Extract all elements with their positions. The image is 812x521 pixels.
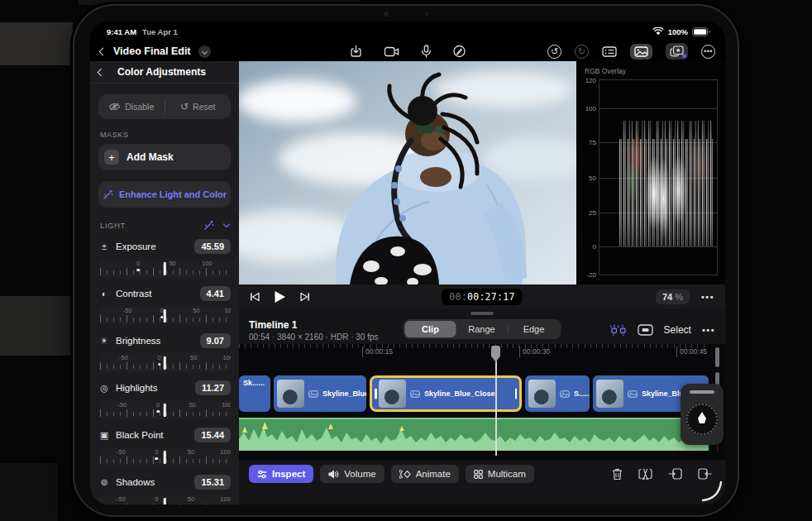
timeline-clip[interactable]: Sk...... (239, 375, 270, 412)
contrast-slider-track[interactable]: -50 0 50 100 (98, 306, 231, 325)
timeline-section: Timeline 1 00:54 · 3840 × 2160 · HDR · 3… (239, 309, 725, 504)
project-title[interactable]: Video Final Edit (113, 45, 191, 57)
timeline-more-icon[interactable]: ••• (702, 325, 715, 335)
slider-handle[interactable] (164, 451, 166, 464)
microphone-icon[interactable] (422, 45, 432, 58)
enhance-light-color-button[interactable]: Enhance Light and Color (98, 181, 231, 208)
timeline-name[interactable]: Timeline 1 (249, 319, 378, 331)
exposure-value[interactable]: 45.59 (194, 239, 231, 254)
trash-icon[interactable] (612, 468, 623, 480)
timeline-resize-handle[interactable] (470, 312, 494, 315)
front-camera (384, 12, 389, 17)
contrast-icon: ◐ (98, 289, 110, 299)
slider-handle[interactable] (164, 309, 166, 323)
multicam-button[interactable]: Multicam (466, 465, 534, 483)
black-point-value[interactable]: 15.44 (194, 428, 231, 442)
previous-frame-button[interactable] (250, 292, 260, 302)
mode-range[interactable]: Range (456, 321, 508, 337)
pencil-tool-icon[interactable] (453, 45, 466, 58)
audio-track[interactable] (239, 418, 709, 451)
camera-icon[interactable] (385, 46, 400, 57)
jog-control-panel (681, 384, 724, 445)
light-heading: LIGHT (100, 221, 126, 230)
black-point-slider-track[interactable]: -50 0 50 100 (98, 447, 231, 466)
media-browser-icon[interactable] (630, 44, 652, 60)
brightness-slider-track[interactable]: -50 0 50 100 (98, 353, 231, 372)
collapse-chevron-icon[interactable] (223, 221, 230, 227)
timeline-clip[interactable]: S...... (525, 375, 590, 412)
slider-handle[interactable] (164, 498, 166, 504)
sensor-dot (425, 12, 428, 16)
timeline-ruler[interactable]: 00:00:15 00:00:30 00:00:45 (239, 344, 709, 366)
insert-clip-icon[interactable] (668, 468, 682, 480)
keyframe-icon (399, 470, 411, 479)
zoom-level-badge[interactable]: 74% (656, 289, 690, 304)
top-toolbar: Video Final Edit ↺ ↻ (90, 40, 725, 63)
disable-label: Disable (125, 102, 154, 112)
contrast-value[interactable]: 4.41 (200, 286, 231, 301)
slider-handle[interactable] (164, 262, 166, 275)
exposure-slider-track[interactable]: 0 50 100 (98, 259, 231, 278)
shadows-slider-track[interactable]: -50 0 50 100 (98, 495, 231, 504)
preview-more-icon[interactable]: ••• (701, 292, 714, 302)
select-tool-label[interactable]: Select (664, 324, 691, 336)
clip-thumbnail (277, 380, 304, 408)
timeline-clip-selected[interactable]: Skyline_Blue_Close (370, 375, 522, 412)
wifi-icon (652, 27, 664, 36)
masks-heading: MASKS (100, 131, 229, 139)
add-mask-button[interactable]: + Add Mask (98, 144, 231, 170)
slider-handle[interactable] (164, 356, 166, 370)
battery-percent: 100% (668, 27, 688, 36)
clip-connection-icon[interactable] (610, 324, 627, 336)
light-wand-icon[interactable] (203, 220, 214, 231)
color-adjustments-panel: Color Adjustments Disable ↺ Reset MASKS … (90, 61, 239, 504)
volume-button[interactable]: Volume (320, 465, 384, 483)
jog-handle-bar[interactable] (690, 390, 714, 394)
highlights-slider-track[interactable]: -50 0 50 100 (98, 400, 231, 419)
scope-waveform (619, 121, 714, 246)
speaker-icon (328, 470, 339, 479)
blade-split-icon[interactable] (638, 468, 652, 480)
bottom-toolbar: Inspect Volume Animate (239, 461, 725, 486)
inspect-button[interactable]: Inspect (249, 465, 313, 483)
clip-media-icon (560, 390, 570, 398)
black-point-icon: ▣ (98, 430, 110, 441)
transport-bar: 00:00:27:17 74% ••• (239, 284, 725, 309)
brightness-value[interactable]: 9.07 (200, 333, 231, 348)
play-button[interactable] (274, 290, 286, 304)
slider-handle[interactable] (164, 404, 166, 417)
mode-clip[interactable]: Clip (405, 321, 456, 337)
scope-plot: 120 100 75 50 25 0 -20 (599, 79, 718, 275)
status-bar: 9:41 AM Tue Apr 1 100% (90, 22, 725, 38)
inspector-list-icon[interactable] (602, 46, 617, 57)
edit-mode-segmented-control: Clip Range Edge (404, 319, 561, 339)
overwrite-clip-icon[interactable] (698, 468, 712, 480)
more-menu-icon[interactable]: ••• (701, 45, 715, 59)
slider-contrast: ◐ Contrast 4.41 -50 0 50 100 (98, 284, 231, 325)
highlights-value[interactable]: 11.27 (195, 380, 231, 395)
back-chevron-icon[interactable] (99, 47, 107, 55)
jog-dial[interactable] (686, 404, 718, 435)
next-frame-button[interactable] (300, 292, 310, 302)
reset-button[interactable]: ↺ Reset (165, 94, 232, 119)
slider-black-point: ▣ Black Point 15.44 -50 0 50 100 (98, 425, 231, 466)
project-menu-button[interactable] (198, 45, 211, 58)
effects-icon[interactable] (666, 43, 688, 60)
clip-media-icon (410, 390, 420, 398)
animate-button[interactable]: Animate (391, 465, 459, 483)
timecode-display[interactable]: 00:00:27:17 (442, 289, 522, 305)
shadows-value[interactable]: 15.31 (194, 475, 231, 490)
corner-gesture-arc (701, 480, 723, 502)
reset-label: Reset (193, 102, 215, 112)
background-shape (0, 296, 73, 356)
overlay-view-icon[interactable] (638, 324, 653, 336)
undo-icon[interactable]: ↺ (547, 45, 561, 59)
jog-pointer (698, 412, 707, 423)
mode-edge[interactable]: Edge (509, 321, 560, 337)
audio-waveform (239, 419, 709, 451)
import-media-icon[interactable] (350, 45, 363, 58)
scope-title: RGB Overlay (585, 67, 626, 75)
timeline-clip[interactable]: Skyline_Blue_Wide (274, 375, 366, 412)
video-preview[interactable] (239, 61, 576, 284)
disable-button[interactable]: Disable (98, 94, 165, 119)
